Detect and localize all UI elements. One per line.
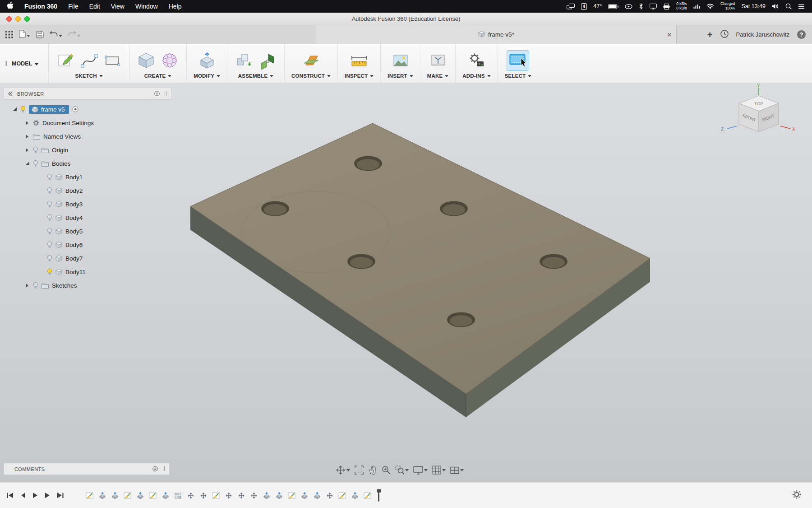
user-name[interactable]: Patrick Jaruschowitz: [736, 31, 789, 38]
panel-grip-icon[interactable]: [162, 466, 165, 472]
close-window-button[interactable]: [6, 16, 12, 22]
save-button[interactable]: [36, 31, 44, 38]
timeline-feature-extrude-2[interactable]: [98, 492, 106, 499]
timeline-step-back-button[interactable]: [20, 492, 26, 499]
menu-list-icon[interactable]: [798, 4, 805, 9]
ribbon-dropdown-insert[interactable]: INSERT: [388, 73, 413, 79]
selected-node[interactable]: frame v5: [29, 105, 69, 114]
airplay-icon[interactable]: [650, 4, 657, 9]
expand-arrow-icon[interactable]: [24, 284, 30, 288]
comments-bar[interactable]: COMMENTS: [4, 463, 170, 475]
workspace-switcher[interactable]: MODEL: [12, 61, 38, 67]
timeline-feature-move-9[interactable]: [187, 492, 195, 499]
visibility-bulb-icon[interactable]: [47, 268, 52, 275]
signal-icon[interactable]: [693, 4, 700, 9]
timeline-feature-extrude-22[interactable]: [351, 492, 359, 499]
timeline-feature-extrude-15[interactable]: [263, 492, 271, 499]
status-text[interactable]: Sat 13:49: [741, 3, 766, 9]
collapse-arrow-icon[interactable]: [12, 107, 17, 111]
timeline-feature-extrude-5[interactable]: [136, 492, 144, 499]
battery-icon[interactable]: [608, 4, 618, 9]
help-button[interactable]: ?: [797, 30, 806, 39]
ribbon-dropdown-make[interactable]: MAKE: [427, 73, 449, 79]
timeline-feature-sketch-4[interactable]: [124, 492, 132, 499]
visibility-bulb-icon[interactable]: [47, 228, 52, 235]
browser-header[interactable]: BROWSER: [4, 88, 171, 100]
file-menu-button[interactable]: [19, 30, 30, 40]
viewport-canvas[interactable]: BROWSER frame v5Document SettingsNamed V…: [0, 83, 812, 482]
recent-documents-clock-icon[interactable]: [720, 30, 729, 39]
ribbon-dropdown-sketch[interactable]: SKETCH: [75, 73, 102, 79]
timeline-skip-to-start-button[interactable]: [6, 492, 14, 499]
ribbon-dropdown-assemble[interactable]: ASSEMBLE: [238, 73, 274, 79]
nav-zoom-icon[interactable]: [382, 466, 391, 475]
rectangle-icon[interactable]: [102, 51, 122, 70]
panel-options-icon[interactable]: [154, 91, 160, 97]
timeline-settings-gear-icon[interactable]: [792, 490, 801, 501]
timeline-feature-sketch-23[interactable]: [364, 492, 372, 499]
timeline-feature-extrude-19[interactable]: [313, 492, 321, 499]
status-text[interactable]: 47°: [593, 3, 602, 9]
select-window-icon[interactable]: [507, 51, 529, 70]
nav-viewports-icon[interactable]: [450, 466, 464, 474]
create-sketch-icon[interactable]: [55, 51, 75, 70]
panel-options-icon[interactable]: [152, 466, 158, 472]
ribbon-dropdown-construct[interactable]: CONSTRUCT: [291, 73, 331, 79]
app-grid-icon[interactable]: [5, 31, 13, 38]
browser-item-origin[interactable]: Origin: [4, 143, 171, 157]
undo-button[interactable]: [50, 30, 62, 39]
timeline-feature-move-10[interactable]: [199, 492, 208, 499]
nav-zoom-window-icon[interactable]: [395, 466, 409, 475]
timeline-feature-sketch-6[interactable]: [149, 492, 157, 499]
measure-icon[interactable]: [349, 51, 369, 70]
timeline-feature-extrude-3[interactable]: [111, 492, 119, 499]
nav-pan-icon[interactable]: [368, 465, 377, 475]
menu-window[interactable]: Window: [135, 3, 158, 10]
insert-image-icon[interactable]: [391, 51, 411, 70]
volume-icon[interactable]: [772, 4, 779, 9]
apple-logo-icon[interactable]: [7, 2, 14, 11]
timeline-skip-to-end-button[interactable]: [57, 492, 64, 499]
new-component-icon[interactable]: [234, 51, 254, 70]
visibility-bulb-icon[interactable]: [20, 106, 26, 113]
search-icon[interactable]: [785, 3, 792, 9]
spline-icon[interactable]: [79, 51, 99, 70]
ribbon-dropdown-modify[interactable]: MODIFY: [194, 73, 220, 79]
ribbon-dropdown-inspect[interactable]: INSPECT: [345, 73, 374, 79]
ground-target-icon[interactable]: [72, 106, 78, 112]
timeline-feature-extrude-16[interactable]: [275, 492, 283, 499]
menu-help[interactable]: Help: [169, 3, 182, 10]
timeline-step-forward-button[interactable]: [45, 492, 50, 499]
ribbon-dropdown-create[interactable]: CREATE: [144, 73, 172, 79]
expand-arrow-icon[interactable]: [24, 121, 30, 125]
browser-item-body3[interactable]: Body3: [4, 197, 171, 211]
zoom-window-button[interactable]: [24, 16, 30, 22]
browser-item-frame-v5[interactable]: frame v5: [4, 103, 171, 116]
nav-grid-snaps-icon[interactable]: [432, 466, 446, 475]
browser-item-body1[interactable]: Body1: [4, 170, 171, 184]
timeline-feature-move-20[interactable]: [326, 492, 334, 499]
timeline-feature-move-14[interactable]: [250, 492, 258, 499]
press-pull-icon[interactable]: [197, 51, 217, 70]
menu-edit[interactable]: Edit: [89, 3, 100, 10]
visibility-bulb-icon[interactable]: [47, 214, 52, 221]
model-body[interactable]: [190, 123, 650, 417]
timeline-feature-extrude-7[interactable]: [161, 492, 170, 499]
document-tab[interactable]: frame v5* ×: [316, 25, 677, 44]
view-cube[interactable]: Y TOP FRONT RIGHT Z X: [715, 83, 797, 155]
timeline-feature-move-12[interactable]: [225, 492, 233, 499]
visibility-bulb-icon[interactable]: [33, 282, 38, 289]
browser-item-sketches[interactable]: Sketches: [4, 279, 171, 292]
timeline-feature-sketch-11[interactable]: [212, 492, 220, 499]
status-stack[interactable]: Charged100%: [720, 2, 735, 11]
timeline-feature-extrude-18[interactable]: [300, 492, 309, 499]
make-print-icon[interactable]: [428, 51, 448, 70]
menu-view[interactable]: View: [111, 3, 125, 10]
timeline-position-marker[interactable]: [377, 489, 381, 502]
timeline-feature-sketch-1[interactable]: [86, 492, 94, 499]
construction-plane-icon[interactable]: [301, 51, 321, 70]
visibility-bulb-icon[interactable]: [47, 200, 52, 208]
status-stack[interactable]: 0 kB/s0 kB/s: [676, 2, 687, 11]
form-icon[interactable]: [160, 51, 180, 70]
visibility-bulb-icon[interactable]: [33, 146, 38, 154]
